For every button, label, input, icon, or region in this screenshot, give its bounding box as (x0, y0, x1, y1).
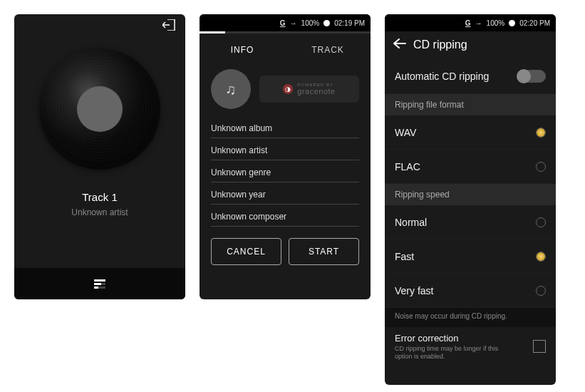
exit-icon[interactable] (162, 19, 177, 33)
track-title: Track 1 (14, 191, 185, 203)
bottom-bar (14, 268, 185, 299)
arrow-icon: → (290, 19, 297, 27)
gracenote-text: POWERED BY gracenote (297, 83, 335, 96)
wav-radio[interactable] (536, 128, 546, 138)
flac-radio[interactable] (536, 162, 546, 172)
status-bar: G → 100% 02:19 PM (200, 14, 371, 31)
wav-label: WAV (395, 127, 416, 138)
fast-label: Fast (395, 251, 414, 262)
battery-dot-icon (323, 20, 330, 26)
g-indicator: G (280, 19, 286, 27)
tabs: INFO TRACK (200, 33, 371, 66)
top-bar (14, 14, 185, 37)
auto-ripping-label: Automatic CD ripping (395, 71, 489, 82)
normal-radio[interactable] (536, 217, 546, 227)
music-note-icon: ♫ (226, 81, 237, 98)
cancel-button[interactable]: CANCEL (211, 238, 281, 265)
error-correction-sub: CD ripping time may be longer if this op… (395, 345, 512, 361)
tab-info[interactable]: INFO (200, 33, 285, 66)
button-row: CANCEL START (200, 227, 371, 277)
fast-radio[interactable] (536, 252, 546, 262)
error-correction-row[interactable]: Error correction CD ripping time may be … (385, 327, 556, 366)
auto-ripping-toggle[interactable] (517, 70, 546, 83)
format-section-label: Ripping file format (385, 94, 556, 115)
speed-normal-row[interactable]: Normal (385, 205, 556, 239)
gracenote-button[interactable]: ◑ POWERED BY gracenote (259, 76, 359, 103)
format-flac-row[interactable]: FLAC (385, 150, 556, 184)
battery-text: 100% (301, 19, 320, 27)
playlist-icon[interactable] (94, 279, 105, 289)
track-info: Track 1 Unknown artist (14, 191, 185, 217)
auto-ripping-row[interactable]: Automatic CD ripping (385, 58, 556, 94)
album-field[interactable]: Unknown album (211, 116, 359, 138)
error-correction-label: Error correction (395, 333, 512, 344)
tab-track[interactable]: TRACK (285, 33, 371, 66)
start-button[interactable]: START (289, 238, 359, 265)
error-correction-checkbox[interactable] (533, 340, 546, 353)
veryfast-label: Very fast (395, 285, 433, 296)
year-field[interactable]: Unknown year (211, 182, 359, 205)
artist-field[interactable]: Unknown artist (211, 138, 359, 160)
track-artist: Unknown artist (14, 207, 185, 217)
album-art-placeholder[interactable]: ♫ (211, 69, 251, 109)
record-label (77, 86, 123, 132)
speed-fast-row[interactable]: Fast (385, 239, 556, 274)
album-info-screen: G → 100% 02:19 PM INFO TRACK ♫ ◑ POWERED… (200, 14, 371, 299)
normal-label: Normal (395, 217, 427, 228)
cd-ripping-settings-screen: G → 100% 02:20 PM CD ripping Automatic C… (385, 14, 556, 385)
noise-hint: Noise may occur during CD ripping. (385, 308, 556, 327)
vinyl-record (39, 48, 160, 170)
arrow-icon: → (475, 19, 482, 27)
format-wav-row[interactable]: WAV (385, 115, 556, 150)
field-list: Unknown album Unknown artist Unknown gen… (200, 116, 371, 227)
album-art (14, 48, 185, 170)
veryfast-radio[interactable] (536, 286, 546, 296)
clock: 02:19 PM (334, 19, 365, 27)
back-icon[interactable] (393, 38, 406, 51)
composer-field[interactable]: Unknown composer (211, 205, 359, 227)
flac-label: FLAC (395, 161, 420, 172)
settings-header: CD ripping (385, 31, 556, 58)
now-playing-screen: Track 1 Unknown artist (14, 14, 185, 299)
status-bar: G → 100% 02:20 PM (385, 14, 556, 31)
genre-field[interactable]: Unknown genre (211, 160, 359, 182)
info-header: ♫ ◑ POWERED BY gracenote (200, 66, 371, 116)
gracenote-logo-icon: ◑ (283, 84, 293, 94)
battery-text: 100% (487, 19, 505, 27)
clock: 02:20 PM (519, 19, 550, 27)
page-title: CD ripping (413, 38, 467, 51)
speed-section-label: Ripping speed (385, 184, 556, 205)
battery-dot-icon (509, 20, 515, 26)
g-indicator: G (465, 19, 471, 27)
speed-veryfast-row[interactable]: Very fast (385, 274, 556, 308)
